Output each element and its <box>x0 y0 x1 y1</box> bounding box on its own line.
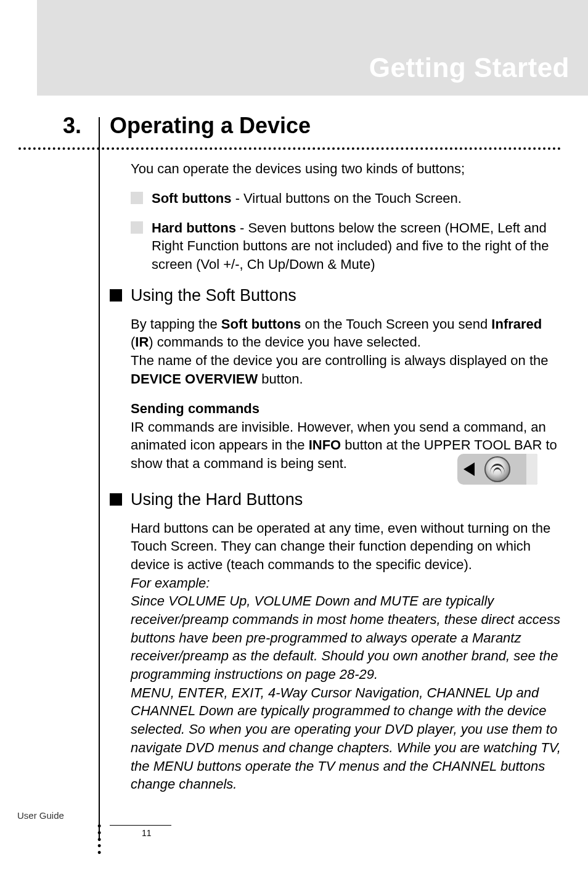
bullet-bold: Soft buttons <box>152 191 232 206</box>
text: ) commands to the device you have select… <box>149 334 420 350</box>
bullet-item: Soft buttons - Virtual buttons on the To… <box>131 189 563 208</box>
bullet-bold: Hard buttons <box>152 220 236 236</box>
intro-text: You can operate the devices using two ki… <box>131 161 563 177</box>
bullet-text: Hard buttons - Seven buttons below the s… <box>152 219 563 274</box>
example-label: For example: <box>131 575 210 591</box>
bullet-list: Soft buttons - Virtual buttons on the To… <box>131 189 563 274</box>
header-title: Getting Started <box>369 52 570 83</box>
page-number: 11 <box>142 828 152 838</box>
page: Getting Started 3. Operating a Device Yo… <box>0 0 588 870</box>
section-number: 3. <box>0 113 81 139</box>
bullet-item: Hard buttons - Seven buttons below the s… <box>131 219 563 274</box>
subheading-row: Using the Soft Buttons <box>110 286 563 305</box>
header-band: Getting Started <box>0 0 588 96</box>
text: button. <box>258 371 303 387</box>
text-bold: INFO <box>309 437 341 453</box>
footer-rule <box>110 825 171 826</box>
bullet-marker-icon <box>131 221 143 234</box>
text: Hard buttons can be operated at any time… <box>131 520 550 572</box>
bullet-rest: - Virtual buttons on the Touch Screen. <box>232 191 462 206</box>
dotted-rule <box>18 147 561 150</box>
main-column-body: You can operate the devices using two ki… <box>110 161 588 794</box>
subheading-marker-icon <box>110 493 122 506</box>
user-guide-label: User Guide <box>17 810 64 821</box>
text-bold: IR <box>135 334 149 350</box>
subheading: Using the Hard Buttons <box>131 490 303 509</box>
text-bold: DEVICE OVERVIEW <box>131 371 258 387</box>
subheading: Using the Soft Buttons <box>131 286 296 305</box>
sending-commands-heading: Sending commands <box>131 401 563 417</box>
text: on the Touch Screen you send <box>301 316 491 332</box>
subheading-marker-icon <box>110 289 122 302</box>
bullet-text: Soft buttons - Virtual buttons on the To… <box>152 189 462 208</box>
example-text: Since VOLUME Up, VOLUME Down and MUTE ar… <box>131 593 560 682</box>
sending-commands-block: Sending commands IR commands are invisib… <box>110 401 563 473</box>
section-title: Operating a Device <box>110 113 563 139</box>
example-text: MENU, ENTER, EXIT, 4-Way Cursor Navigati… <box>131 685 561 792</box>
subheading-row: Using the Hard Buttons <box>110 490 563 509</box>
text: By tapping the <box>131 316 221 332</box>
hard-buttons-para: Hard buttons can be operated at any time… <box>131 519 563 794</box>
soft-buttons-para: By tapping the Soft buttons on the Touch… <box>131 315 563 388</box>
main-column: Operating a Device <box>110 113 588 139</box>
text-bold: Infrared <box>491 316 542 332</box>
text-bold: Soft buttons <box>221 316 301 332</box>
header-left-stripe <box>0 0 37 96</box>
info-ir-icon <box>452 454 537 485</box>
text: The name of the device you are controlli… <box>131 353 549 368</box>
content: 3. Operating a Device You can operate th… <box>0 96 588 794</box>
bullet-marker-icon <box>131 192 143 204</box>
ir-signal-icon <box>457 454 537 485</box>
footer-dots-icon: ••••• <box>97 823 101 856</box>
section-number-col: 3. <box>0 113 99 139</box>
